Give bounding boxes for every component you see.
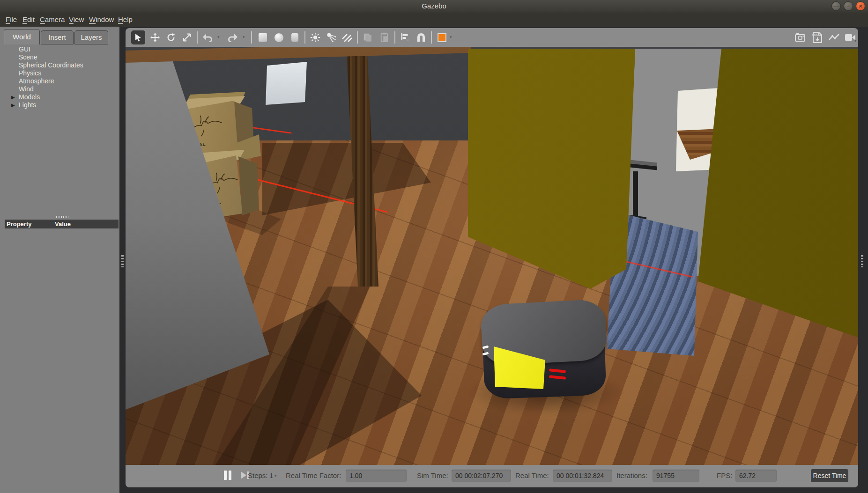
toolbar-separator: [394, 31, 395, 44]
tree-item-atmosphere[interactable]: Atmosphere: [19, 77, 54, 85]
sim-time-label: Sim Time:: [417, 471, 448, 479]
maximize-button[interactable]: ▫: [844, 1, 853, 11]
undo-history-dropdown[interactable]: ▾: [217, 35, 220, 39]
record-video-dropdown[interactable]: ▾: [854, 38, 857, 43]
align-button[interactable]: [398, 30, 412, 44]
undo-icon: [202, 33, 213, 42]
view-angle-dropdown[interactable]: ▾: [450, 35, 452, 39]
directional-light-icon: [341, 32, 353, 43]
toolbar-separator: [431, 31, 432, 44]
table-leg: [633, 171, 638, 218]
plot-button[interactable]: [827, 30, 841, 44]
menu-help[interactable]: Help: [118, 15, 133, 23]
menu-camera[interactable]: Camera: [40, 15, 65, 23]
tree-item-spherical-coordinates[interactable]: Spherical Coordinates: [19, 61, 83, 69]
tree-item-physics[interactable]: Physics: [19, 69, 41, 77]
spot-light-icon: [326, 32, 336, 43]
menu-view[interactable]: View: [69, 15, 84, 23]
align-icon: [400, 32, 410, 43]
toolbar-separator: [304, 31, 305, 44]
tree-item-lights[interactable]: Lights: [19, 101, 36, 109]
tab-insert[interactable]: Insert: [41, 30, 74, 44]
value-column-header[interactable]: Value: [55, 221, 71, 228]
log-text: LOG: [812, 33, 818, 36]
insert-sphere-button[interactable]: [272, 30, 286, 44]
steps-label: Steps:: [248, 471, 268, 479]
property-column-header[interactable]: Property: [7, 221, 31, 228]
minimize-button[interactable]: —: [831, 1, 841, 11]
log-recorder-button[interactable]: LOG: [810, 30, 824, 44]
reset-time-button[interactable]: Reset Time: [811, 469, 848, 482]
gazebo-window: Gazebo — ▫ ✕ File Edit Camera View Windo…: [0, 0, 868, 493]
iterations-label: Iterations:: [616, 471, 647, 479]
menu-file[interactable]: File: [6, 15, 17, 23]
steps-value[interactable]: 1: [269, 471, 273, 479]
scale-icon: [182, 32, 192, 43]
fps-field[interactable]: 62.72: [735, 470, 777, 482]
real-time-field[interactable]: 00 00:01:32.824: [553, 470, 612, 482]
tree-item-scene[interactable]: Scene: [19, 53, 37, 61]
right-splitter[interactable]: [858, 27, 868, 493]
menu-edit[interactable]: Edit: [22, 15, 35, 23]
toolbar-separator: [357, 31, 358, 44]
render-viewport[interactable]: JACKAL JACKAL: [0, 0, 868, 493]
panel-splitter-handle[interactable]: [56, 216, 68, 218]
rotate-icon: [166, 32, 176, 43]
left-splitter[interactable]: [119, 27, 126, 493]
pause-icon: [229, 471, 231, 480]
snap-button[interactable]: [414, 30, 428, 44]
paste-icon: [379, 32, 390, 43]
copy-button[interactable]: [361, 30, 375, 44]
menu-bar: File Edit Camera View Window Help: [0, 13, 868, 27]
sim-time-field[interactable]: 00 00:02:07.270: [452, 470, 511, 482]
cursor-icon: [134, 33, 142, 42]
real-time-label: Real Time:: [515, 471, 549, 479]
close-button[interactable]: ✕: [856, 1, 865, 11]
magnet-icon: [415, 32, 427, 43]
insert-cylinder-button[interactable]: [288, 30, 302, 44]
view-angle-button[interactable]: [435, 30, 449, 44]
pause-button[interactable]: [220, 465, 239, 487]
pause-icon: [224, 471, 227, 480]
steps-dropdown[interactable]: ▾: [274, 473, 277, 478]
cylinder-icon: [291, 33, 298, 42]
redo-history-dropdown[interactable]: ▾: [243, 35, 245, 39]
splitter-grip-icon: [861, 255, 863, 267]
iterations-field[interactable]: 91755: [653, 470, 699, 482]
scale-tool-button[interactable]: [180, 30, 194, 44]
screenshot-button[interactable]: [794, 30, 808, 44]
translate-tool-button[interactable]: [148, 30, 162, 44]
rtf-label: Real Time Factor:: [286, 471, 341, 479]
simulation-status-bar: Steps: 1 ▾ Real Time Factor: 1.00 Sim Ti…: [126, 465, 858, 487]
plot-line-icon: [829, 33, 840, 42]
spot-light-button[interactable]: [324, 30, 338, 44]
point-light-button[interactable]: [308, 30, 322, 44]
scene-window: [266, 62, 307, 105]
select-tool-button[interactable]: [131, 30, 145, 44]
paste-button[interactable]: [378, 30, 392, 44]
view-cube-icon: [438, 33, 446, 42]
viewport-toolbar: ▾ ▾ ▾: [126, 28, 858, 47]
insert-box-button[interactable]: [256, 30, 270, 44]
box-icon: [259, 33, 267, 42]
redo-button[interactable]: [226, 30, 240, 44]
toolbar-separator: [197, 31, 198, 44]
expand-arrow-icon[interactable]: ▶: [11, 103, 15, 108]
expand-arrow-icon[interactable]: ▶: [11, 95, 15, 100]
property-table-header: Property Value: [5, 220, 119, 228]
undo-button[interactable]: [200, 30, 215, 44]
tree-item-gui[interactable]: GUI: [19, 45, 30, 53]
tab-world[interactable]: World: [4, 29, 40, 44]
sun-icon: [310, 32, 320, 43]
directional-light-button[interactable]: [340, 30, 354, 44]
menu-window[interactable]: Window: [89, 15, 114, 23]
tree-item-wind[interactable]: Wind: [19, 85, 34, 93]
rtf-field[interactable]: 1.00: [346, 470, 407, 482]
window-title: Gazebo: [0, 2, 868, 10]
tab-layers[interactable]: Layers: [74, 30, 108, 44]
title-bar[interactable]: Gazebo — ▫ ✕: [0, 0, 868, 13]
sphere-icon: [274, 33, 283, 42]
tree-item-models[interactable]: Models: [19, 93, 40, 101]
rotate-tool-button[interactable]: [164, 30, 178, 44]
copy-icon: [363, 32, 373, 43]
